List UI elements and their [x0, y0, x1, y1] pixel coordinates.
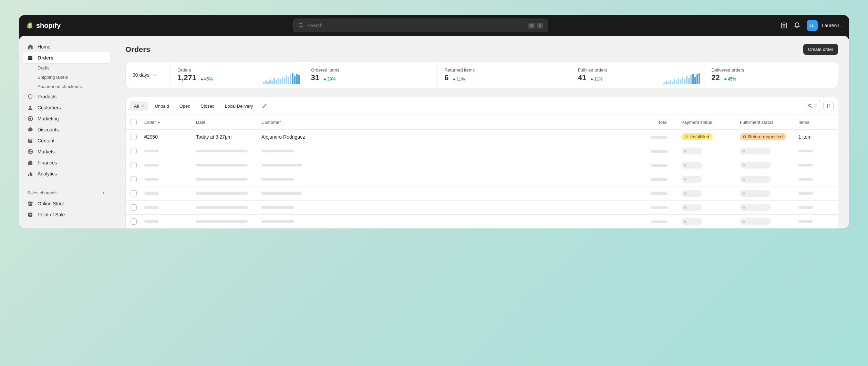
sidebar-sub-drafts[interactable]: Drafts	[23, 63, 110, 73]
select-all-checkbox[interactable]	[131, 119, 137, 125]
row-checkbox[interactable]	[131, 204, 137, 211]
sidebar-item-label: Markets	[38, 149, 55, 154]
svg-point-5	[29, 106, 31, 108]
stat-label: Returned items	[444, 67, 564, 73]
main-content: Orders Create order 30 days Orders 1,271…	[114, 36, 849, 228]
stat-returned-items[interactable]: Returned items 6 11%	[437, 62, 571, 88]
stat-delivered-orders[interactable]: Delivered orders 22 45%	[704, 62, 838, 88]
sidebar-item-finances[interactable]: Finances	[23, 157, 110, 168]
user-menu[interactable]: LL Lauren L.	[807, 20, 842, 31]
payment-badge: Unfulfilled	[681, 133, 713, 140]
sidebar-channel-pos[interactable]: Point of Sale	[23, 209, 110, 220]
trend-up-icon	[590, 78, 593, 80]
sidebar-item-customers[interactable]: Customers	[23, 102, 110, 113]
store-icon	[27, 201, 33, 207]
sidebar-sub-abandoned[interactable]: Abandoned checkouts	[23, 82, 110, 91]
chevron-right-icon	[101, 191, 106, 195]
kbd-cmd: ⌘	[528, 23, 535, 29]
row-checkbox[interactable]	[131, 176, 137, 182]
sidebar-sub-shipping-labels[interactable]: Shipping labels	[23, 73, 110, 82]
sidebar-item-markets[interactable]: Markets	[23, 146, 110, 157]
tab-unpaid[interactable]: Unpaid	[151, 101, 173, 111]
tab-open[interactable]: Open	[175, 101, 195, 111]
sidebar-item-home[interactable]: Home	[23, 41, 110, 52]
stat-orders[interactable]: Orders 1,271 45%	[170, 62, 304, 88]
stat-value: 41	[578, 73, 586, 82]
stat-fulfilled-orders[interactable]: Fulfilled orders 41 11%	[571, 62, 705, 88]
svg-line-1	[302, 26, 303, 28]
sidebar-section-sales-channels[interactable]: Sales channels	[23, 187, 110, 198]
date-range-selector[interactable]: 30 days	[126, 62, 170, 88]
apps-icon[interactable]	[781, 22, 787, 29]
sidebar-item-label: Customers	[38, 105, 61, 110]
page-header: Orders Create order	[125, 44, 838, 55]
sidebar-item-label: Products	[38, 94, 56, 99]
sidebar-item-label: Finances	[38, 160, 57, 165]
search-icon	[298, 23, 304, 28]
sidebar-item-products[interactable]: Products	[23, 91, 110, 102]
sidebar-channel-online-store[interactable]: Online Store	[23, 198, 110, 209]
markets-icon	[27, 149, 33, 155]
cell-items: 1 item	[798, 134, 833, 140]
row-checkbox[interactable]	[131, 148, 137, 154]
stat-trend: 11%	[590, 77, 602, 82]
kbd-k: K	[537, 23, 543, 29]
row-checkbox[interactable]	[131, 134, 137, 140]
col-date[interactable]: Date	[196, 120, 261, 125]
row-checkbox[interactable]	[131, 218, 137, 225]
chevron-down-icon	[152, 73, 156, 77]
col-items[interactable]: Items	[798, 120, 833, 125]
table-row[interactable]: #2050 Today at 3:27pm Alejandro Rodrigue…	[126, 130, 838, 144]
sidebar-item-label: Orders	[38, 55, 53, 61]
svg-point-3	[783, 24, 784, 25]
row-checkbox[interactable]	[131, 162, 137, 168]
table-row-skeleton	[126, 186, 838, 201]
col-total[interactable]: Total	[640, 120, 681, 125]
filter-icon	[813, 104, 818, 108]
pos-icon	[27, 212, 33, 218]
orders-icon	[27, 55, 33, 61]
col-payment[interactable]: Payment status	[681, 120, 740, 125]
sparkline	[263, 73, 300, 84]
stat-trend: 45%	[200, 77, 213, 82]
sidebar-item-marketing[interactable]: Marketing	[23, 113, 110, 124]
search-filter-button[interactable]	[805, 101, 821, 111]
search-box[interactable]: ⌘ K	[293, 19, 548, 32]
col-order[interactable]: Order▼	[144, 120, 196, 125]
table-row-skeleton	[126, 172, 838, 186]
create-order-button[interactable]: Create order	[803, 44, 838, 55]
sidebar-item-orders[interactable]: Orders	[23, 52, 110, 63]
page-title: Orders	[125, 45, 150, 54]
cell-fulfillment: Return requested	[740, 133, 798, 140]
svg-rect-6	[28, 139, 32, 143]
bell-icon[interactable]	[794, 22, 800, 29]
col-customer[interactable]: Customer	[261, 120, 640, 125]
brand-logo[interactable]: shopify	[26, 21, 61, 30]
svg-rect-7	[29, 139, 32, 140]
search-shortcut: ⌘ K	[528, 23, 543, 29]
search-input[interactable]	[307, 23, 525, 28]
sidebar-item-analytics[interactable]: Analytics	[23, 168, 110, 179]
customers-icon	[27, 105, 33, 111]
stats-card: 30 days Orders 1,271 45% Ordered items	[125, 62, 838, 88]
topbar-right: LL Lauren L.	[781, 20, 842, 31]
orders-table: All Unpaid Open Closed Local Delivery	[125, 97, 838, 228]
user-name: Lauren L.	[822, 23, 842, 28]
brand-name: shopify	[36, 22, 61, 30]
svg-point-4	[784, 24, 785, 25]
tab-local-delivery[interactable]: Local Delivery	[221, 101, 257, 111]
edit-views-button[interactable]	[259, 101, 270, 111]
app-window: shopify ⌘ K LL Lauren L.	[19, 15, 849, 228]
row-checkbox[interactable]	[131, 190, 137, 196]
sidebar-item-label: Point of Sale	[38, 212, 65, 217]
tab-all[interactable]: All	[130, 101, 148, 111]
tab-closed[interactable]: Closed	[196, 101, 218, 111]
col-fulfillment[interactable]: Fulfillment status	[740, 120, 798, 125]
sidebar-item-content[interactable]: Content	[23, 135, 110, 146]
sidebar-item-discounts[interactable]: Discounts	[23, 124, 110, 135]
stat-ordered-items[interactable]: Ordered items 31 29%	[304, 62, 438, 88]
sidebar-item-label: Analytics	[38, 171, 57, 176]
stat-trend: 11%	[453, 77, 465, 82]
sort-button[interactable]	[823, 101, 834, 111]
svg-rect-11	[31, 173, 32, 176]
